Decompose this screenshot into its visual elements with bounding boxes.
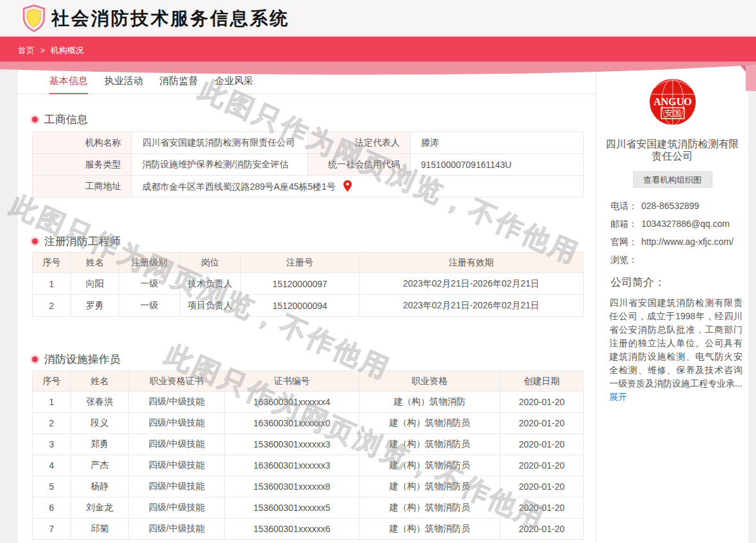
- company-sidebar: ANGUO 安国 四川省安国建筑消防检测有限责任公司 查看机构组织图 电话：02…: [596, 66, 748, 543]
- table-cell: 15120000097: [241, 273, 359, 295]
- table-cell: 3: [33, 434, 71, 455]
- field-value: 91510000709161143U: [411, 154, 584, 176]
- table-cell: 建（构）筑物消防: [359, 392, 500, 413]
- table-cell: 建（构）筑物消防员: [359, 413, 500, 434]
- contact-label: 电话：: [611, 200, 641, 212]
- table-cell: 四级/中级技能: [129, 434, 225, 455]
- contact-value: 1034327886@qq.com: [641, 218, 744, 230]
- column-header: 岗位: [180, 253, 241, 273]
- business-row: 服务类型消防设施维护保养检测/消防安全评估统一社会信用代码91510000709…: [33, 154, 584, 176]
- field-label: 机构名称: [33, 132, 132, 154]
- engineer-row: 1向阳一级技术负责人151200000972023年02月21日-2026年02…: [33, 273, 584, 295]
- operators-table: 序号姓名职业资格证书证书编号职业资格创建日期 1张春洪四级/中级技能163600…: [32, 371, 584, 540]
- contact-line: 电话：028-86532899: [611, 200, 744, 212]
- table-cell: 2020-01-20: [500, 413, 584, 434]
- breadcrumb-home-link[interactable]: 首页: [18, 46, 35, 55]
- operator-row: 2段义四级/中级技能163600301xxxxxx0建（构）筑物消防员2020-…: [33, 413, 584, 434]
- app-header: 社会消防技术服务信息系统: [0, 0, 756, 37]
- table-cell: 2023年02月21日-2026年02月21日: [359, 273, 584, 295]
- field-value: 成都市金牛区羊西线蜀汉路289号A座45栋5楼1号: [132, 176, 584, 197]
- table-cell: 2020-01-20: [500, 519, 584, 540]
- table-cell: 刘金龙: [71, 497, 129, 519]
- table-cell: 邱菊: [71, 519, 129, 540]
- table-cell: 建（构）筑物消防员: [359, 497, 500, 519]
- table-cell: 15120000094: [241, 295, 359, 317]
- table-cell: 2020-01-20: [500, 476, 584, 497]
- table-cell: 一级: [119, 295, 180, 317]
- ribbon-fold-decoration: [737, 62, 746, 72]
- breadcrumb-current: 机构概况: [51, 46, 84, 55]
- contact-label: 邮箱：: [611, 218, 641, 230]
- table-cell: 建（构）筑物消防员: [359, 476, 500, 497]
- breadcrumb-separator: >: [40, 46, 45, 55]
- map-pin-icon[interactable]: [343, 180, 352, 192]
- content-card: 基本信息执业活动消防监督企业风采 工商信息 机构名称四川省安国建筑消防检测有限责…: [18, 66, 748, 543]
- tab-company-show[interactable]: 企业风采: [215, 66, 253, 94]
- table-cell: 段义: [71, 413, 129, 434]
- field-value: 四川省安国建筑消防检测有限责任公司: [132, 132, 308, 154]
- field-label: 统一社会信用代码: [308, 154, 411, 176]
- table-cell: 163600301xxxxxx4: [225, 392, 359, 413]
- breadcrumb-bar: 首页 > 机构概况: [0, 37, 756, 64]
- tab-fire-supervision[interactable]: 消防监督: [160, 66, 198, 94]
- website-link[interactable]: http://www.ag-xfjc.com/: [641, 236, 744, 248]
- operator-row: 6刘金龙四级/中级技能153600301xxxxxx5建（构）筑物消防员2020…: [33, 497, 584, 519]
- table-cell: 建（构）筑物消防员: [359, 519, 500, 540]
- field-value: 滕涛: [411, 132, 584, 154]
- business-table: 机构名称四川省安国建筑消防检测有限责任公司法定代表人滕涛服务类型消防设施维护保养…: [32, 131, 584, 197]
- operator-row: 1张春洪四级/中级技能163600301xxxxxx4建（构）筑物消防2020-…: [33, 392, 584, 413]
- business-row: 机构名称四川省安国建筑消防检测有限责任公司法定代表人滕涛: [33, 132, 584, 154]
- table-cell: 6: [33, 497, 71, 519]
- business-table-wrap: 机构名称四川省安国建筑消防检测有限责任公司法定代表人滕涛服务类型消防设施维护保养…: [32, 131, 584, 197]
- table-cell: 一级: [119, 273, 180, 295]
- table-cell: 四级/中级技能: [129, 413, 225, 434]
- table-cell: 项目负责人: [180, 295, 241, 317]
- contact-label: 浏览：: [611, 254, 641, 266]
- tabs: 基本信息执业活动消防监督企业风采: [18, 66, 596, 94]
- engineers-table-wrap: 序号姓名注册级别岗位注册号注册有效期 1向阳一级技术负责人15120000097…: [32, 252, 584, 317]
- business-row: 工商地址成都市金牛区羊西线蜀汉路289号A座45栋5楼1号: [33, 176, 584, 197]
- tab-basic-info[interactable]: 基本信息: [49, 66, 88, 94]
- contact-label: 官网：: [611, 236, 641, 248]
- table-cell: 2020-01-20: [500, 392, 584, 413]
- table-cell: 5: [33, 476, 71, 497]
- table-cell: 1: [33, 273, 71, 295]
- operators-table-body: 1张春洪四级/中级技能163600301xxxxxx4建（构）筑物消防2020-…: [33, 392, 584, 540]
- section-title-business: 工商信息: [32, 112, 88, 127]
- table-cell: 2: [33, 295, 71, 317]
- engineers-table-body: 1向阳一级技术负责人151200000972023年02月21日-2026年02…: [33, 273, 584, 317]
- table-cell: 2: [33, 413, 71, 434]
- field-label: 工商地址: [33, 176, 132, 197]
- bullet-icon: [32, 117, 38, 122]
- tab-practice-activity[interactable]: 执业活动: [104, 66, 143, 94]
- main-column: 基本信息执业活动消防监督企业风采 工商信息 机构名称四川省安国建筑消防检测有限责…: [18, 66, 596, 543]
- table-cell: 163600301xxxxxx3: [225, 455, 359, 476]
- engineer-row: 2罗勇一级项目负责人151200000942023年02月21日-2026年02…: [33, 295, 584, 317]
- operators-table-head: 序号姓名职业资格证书证书编号职业资格创建日期: [33, 371, 584, 392]
- contact-list: 电话：028-86532899邮箱：1034327886@qq.com官网：ht…: [611, 200, 744, 266]
- column-header: 证书编号: [225, 371, 359, 392]
- operator-row: 3郑勇四级/中级技能153600301xxxxxx3建（构）筑物消防员2020-…: [33, 434, 584, 455]
- contact-value: 028-86532899: [641, 200, 744, 212]
- column-header: 序号: [33, 371, 71, 392]
- table-cell: 163600301xxxxxx0: [225, 413, 359, 434]
- logo-text-en: ANGUO: [653, 96, 692, 107]
- engineers-table-head: 序号姓名注册级别岗位注册号注册有效期: [33, 253, 584, 273]
- table-cell: 四级/中级技能: [129, 392, 225, 413]
- expand-link[interactable]: 展开: [609, 392, 627, 403]
- app-title: 社会消防技术服务信息系统: [51, 6, 290, 31]
- table-cell: 2023年02月21日-2026年02月21日: [359, 295, 584, 317]
- table-cell: 杨静: [71, 476, 129, 497]
- field-label: 法定代表人: [308, 132, 411, 154]
- column-header: 注册号: [241, 253, 359, 273]
- table-cell: 1: [33, 392, 71, 413]
- company-logo: ANGUO 安国: [650, 79, 696, 125]
- table-cell: 四级/中级技能: [129, 519, 225, 540]
- column-header: 职业资格证书: [129, 371, 225, 392]
- table-cell: 罗勇: [71, 295, 119, 317]
- business-table-body: 机构名称四川省安国建筑消防检测有限责任公司法定代表人滕涛服务类型消防设施维护保养…: [33, 132, 584, 197]
- table-cell: 153600301xxxxxx8: [225, 476, 359, 497]
- company-name: 四川省安国建筑消防检测有限责任公司: [602, 138, 743, 162]
- section-title-operators: 消防设施操作员: [32, 352, 120, 367]
- view-org-chart-button[interactable]: 查看机构组织图: [633, 171, 712, 188]
